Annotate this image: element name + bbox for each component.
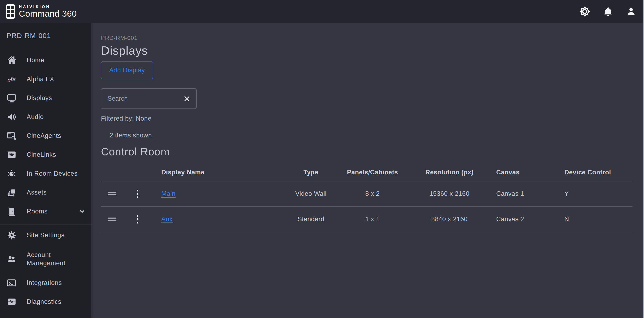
page-scrollbar[interactable]	[643, 0, 644, 318]
brand-command360: Command 360	[19, 9, 77, 19]
cell-type: Standard	[283, 215, 338, 223]
display-link-aux[interactable]: Aux	[161, 215, 172, 223]
sidebar-item-label: CineLinks	[27, 151, 56, 159]
sidebar-item-label: Alpha FX	[27, 75, 54, 83]
sidebar-item-label: Rooms	[27, 207, 48, 215]
column-header-panels: Panels/Cabinets	[338, 169, 406, 176]
sidebar-item-label: Audio	[27, 113, 44, 121]
sidebar-item-audio[interactable]: Audio	[0, 107, 92, 126]
sidebar-divider	[0, 224, 92, 225]
table-row-main: Main Video Wall 8 x 2 15360 x 2160 Canva…	[101, 181, 632, 207]
monitor-icon	[6, 93, 17, 103]
sidebar-item-label: Site Settings	[27, 231, 64, 239]
cell-type: Video Wall	[283, 190, 338, 197]
sidebar-item-label: Home	[27, 56, 44, 64]
sidebar-item-site-settings[interactable]: Site Settings	[0, 226, 92, 245]
kebab-menu-icon[interactable]	[134, 188, 141, 199]
section-title-control-room: Control Room	[101, 145, 632, 158]
diagnostics-icon	[6, 297, 17, 307]
breadcrumb: PRD-RM-001	[101, 35, 632, 42]
main-content: PRD-RM-001 Displays Add Display Filtered…	[93, 23, 644, 318]
sidebar-item-displays[interactable]: Displays	[0, 89, 92, 107]
column-header-resolution: Resolution (px)	[406, 169, 492, 176]
column-header-type: Type	[283, 169, 338, 176]
sidebar-item-home[interactable]: Home	[0, 51, 92, 70]
table-row-aux: Aux Standard 1 x 1 3840 x 2160 Canvas 2 …	[101, 207, 632, 232]
notifications-button[interactable]	[602, 6, 614, 17]
alpha-fx-icon: α fx	[6, 74, 17, 84]
settings-button[interactable]	[579, 6, 591, 18]
sidebar-room-label: PRD-RM-001	[0, 23, 92, 40]
app-header: HAIVISION Command 360	[0, 0, 644, 23]
sidebar-item-label: CineAgents	[27, 132, 61, 140]
assets-stack-icon	[6, 187, 17, 198]
sidebar-item-label: Integrations	[27, 279, 62, 287]
haivision-brand: HAIVISION Command 360	[6, 4, 77, 19]
sidebar-item-label: Assets	[27, 188, 47, 197]
displays-table: Display Name Type Panels/Cabinets Resolu…	[101, 164, 632, 232]
column-header-device-control: Device Control	[560, 169, 632, 176]
cell-resolution: 3840 x 2160	[406, 215, 492, 223]
drag-handle-icon[interactable]	[108, 218, 116, 221]
bell-icon	[602, 6, 614, 17]
kebab-menu-icon[interactable]	[134, 214, 141, 225]
home-icon	[6, 55, 17, 65]
ethernet-icon	[6, 150, 17, 160]
column-header-canvas: Canvas	[492, 169, 560, 176]
display-link-main[interactable]: Main	[161, 190, 176, 197]
brand-haivision: HAIVISION	[19, 5, 77, 9]
sidebar-item-assets[interactable]: Assets	[0, 183, 92, 202]
gear-icon	[6, 230, 17, 240]
page-title: Displays	[101, 43, 632, 58]
sidebar-item-in-room-devices[interactable]: In Room Devices	[0, 164, 92, 183]
svg-text:fx: fx	[10, 76, 16, 82]
cell-canvas: Canvas 2	[492, 215, 560, 223]
user-button[interactable]	[626, 6, 636, 17]
settings-gear-icon	[579, 6, 591, 18]
speaker-icon	[6, 112, 17, 122]
filtered-by-label: Filtered by: None	[101, 115, 632, 122]
terminal-icon	[6, 278, 17, 288]
sidebar-item-integrations[interactable]: Integrations	[0, 273, 92, 292]
drag-handle-icon[interactable]	[108, 192, 116, 195]
sidebar-item-label: Diagnostics	[27, 298, 61, 306]
cell-panels: 1 x 1	[338, 215, 406, 223]
user-icon	[626, 6, 636, 17]
command360-app: HAIVISION Command 360	[0, 0, 644, 318]
screen-share-icon	[6, 131, 17, 141]
items-shown-label: 2 items shown	[101, 131, 632, 139]
chevron-down-icon[interactable]	[78, 207, 86, 216]
haivision-logo-icon	[6, 4, 15, 19]
sidebar-item-label: Account Management	[27, 251, 75, 267]
cell-device-control: N	[560, 215, 632, 223]
table-header-row: Display Name Type Panels/Cabinets Resolu…	[101, 164, 632, 181]
cell-device-control: Y	[560, 190, 632, 197]
header-actions	[579, 6, 636, 18]
sidebar: PRD-RM-001 Home α fx Alph	[0, 23, 92, 318]
sidebar-item-account-management[interactable]: Account Management	[0, 245, 92, 273]
sidebar-item-label: In Room Devices	[27, 169, 78, 178]
cell-panels: 8 x 2	[338, 190, 406, 197]
sidebar-nav: Home α fx Alpha FX	[0, 51, 92, 311]
sidebar-item-cineagents[interactable]: CineAgents	[0, 126, 92, 145]
search-input[interactable]	[107, 95, 183, 103]
brand-text: HAIVISION Command 360	[19, 5, 77, 19]
sidebar-item-rooms[interactable]: Rooms	[0, 202, 92, 221]
sidebar-item-cinelinks[interactable]: CineLinks	[0, 145, 92, 164]
column-header-display-name: Display Name	[152, 169, 283, 176]
search-box	[101, 88, 196, 109]
sidebar-item-label: Displays	[27, 94, 52, 102]
close-icon	[184, 95, 190, 102]
sidebar-item-diagnostics[interactable]: Diagnostics	[0, 292, 92, 311]
cell-canvas: Canvas 1	[492, 190, 560, 197]
sidebar-item-alpha-fx[interactable]: α fx Alpha FX	[0, 70, 92, 89]
device-hub-icon	[6, 168, 17, 179]
search-clear-button[interactable]	[183, 94, 191, 103]
add-display-button[interactable]: Add Display	[101, 61, 153, 79]
door-icon	[6, 206, 17, 216]
cell-resolution: 15360 x 2160	[406, 190, 492, 197]
people-icon	[6, 254, 17, 264]
